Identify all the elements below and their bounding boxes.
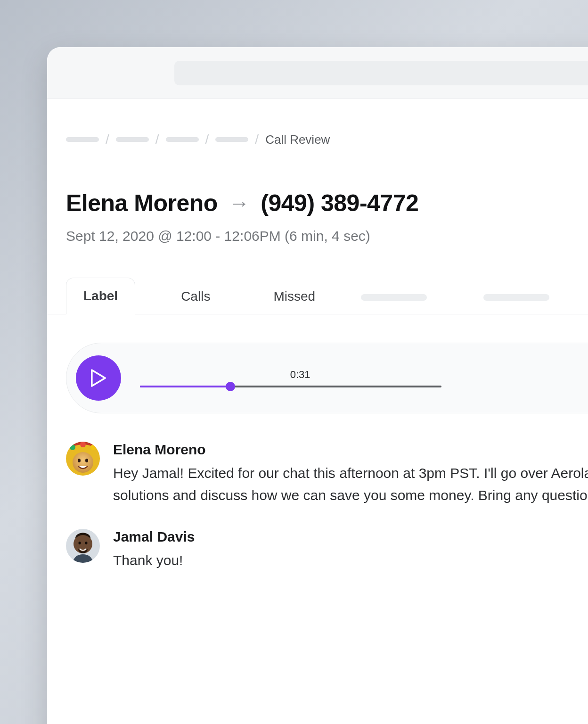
breadcrumb-separator-icon: / bbox=[205, 132, 209, 147]
breadcrumb-placeholder[interactable] bbox=[116, 137, 149, 142]
svg-point-9 bbox=[79, 542, 81, 544]
svg-point-6 bbox=[85, 459, 88, 462]
elapsed-time: 0:31 bbox=[290, 369, 310, 381]
transcript-speaker: Elena Moreno bbox=[113, 442, 588, 458]
seek-thumb[interactable] bbox=[226, 382, 235, 391]
svg-point-4 bbox=[73, 452, 93, 473]
seek-progress bbox=[140, 386, 230, 387]
call-caller-name: Elena Moreno bbox=[66, 189, 218, 217]
transcript: Elena Moreno Hey Jamal! Excited for our … bbox=[66, 442, 588, 572]
tab-calls[interactable]: Calls bbox=[163, 278, 228, 314]
tab-placeholder[interactable] bbox=[483, 294, 549, 301]
breadcrumb-placeholder[interactable] bbox=[66, 137, 99, 142]
arrow-right-icon: → bbox=[229, 191, 250, 215]
transcript-text: Thank you! bbox=[113, 550, 588, 572]
tabs: Label Calls Missed bbox=[47, 277, 588, 314]
tab-text: Missed bbox=[273, 289, 315, 304]
transcript-message: Elena Moreno Hey Jamal! Excited for our … bbox=[66, 442, 588, 506]
call-callee-number: (949) 389-4772 bbox=[261, 189, 418, 217]
tab-text: Calls bbox=[181, 289, 210, 304]
svg-point-3 bbox=[90, 444, 96, 450]
breadcrumb: / / / / Call Review bbox=[66, 132, 588, 147]
svg-point-1 bbox=[70, 444, 75, 450]
tab-label[interactable]: Label bbox=[66, 278, 135, 314]
audio-player: 0:31 bbox=[66, 343, 588, 413]
tab-placeholder[interactable] bbox=[361, 294, 427, 301]
svg-point-10 bbox=[85, 542, 88, 544]
breadcrumb-placeholder[interactable] bbox=[215, 137, 248, 142]
breadcrumb-separator-icon: / bbox=[155, 132, 159, 147]
breadcrumb-separator-icon: / bbox=[255, 132, 259, 147]
call-title: Elena Moreno → (949) 389-4772 bbox=[66, 189, 588, 217]
avatar bbox=[66, 529, 100, 563]
topbar bbox=[47, 47, 588, 99]
transcript-message: Jamal Davis Thank you! bbox=[66, 529, 588, 572]
svg-point-2 bbox=[80, 442, 86, 447]
breadcrumb-separator-icon: / bbox=[106, 132, 109, 147]
svg-point-5 bbox=[78, 459, 81, 462]
seek-track[interactable] bbox=[140, 386, 441, 387]
transcript-text: Hey Jamal! Excited for our chat this aft… bbox=[113, 462, 588, 506]
tab-text: Label bbox=[83, 288, 118, 303]
call-meta: Sept 12, 2020 @ 12:00 - 12:06PM (6 min, … bbox=[66, 228, 588, 244]
transcript-body: Elena Moreno Hey Jamal! Excited for our … bbox=[113, 442, 588, 506]
seek-area: 0:31 bbox=[140, 369, 588, 387]
tab-missed[interactable]: Missed bbox=[256, 278, 333, 314]
avatar bbox=[66, 442, 100, 476]
app-window: / / / / Call Review Elena Moreno → (949)… bbox=[47, 47, 588, 724]
play-icon bbox=[90, 369, 106, 387]
transcript-speaker: Jamal Davis bbox=[113, 529, 588, 545]
breadcrumb-current: Call Review bbox=[265, 132, 330, 147]
breadcrumb-placeholder[interactable] bbox=[166, 137, 199, 142]
main-content: / / / / Call Review Elena Moreno → (949)… bbox=[47, 99, 588, 572]
play-button[interactable] bbox=[76, 355, 121, 401]
search-input[interactable] bbox=[174, 61, 588, 85]
transcript-body: Jamal Davis Thank you! bbox=[113, 529, 588, 572]
